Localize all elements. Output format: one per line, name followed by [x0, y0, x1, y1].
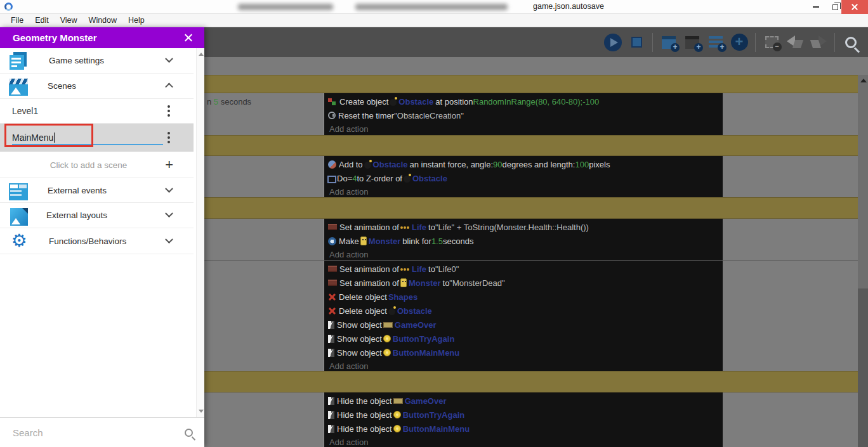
scroll-down-icon[interactable]: [199, 410, 204, 413]
sidebar-item-external-layouts[interactable]: External layouts: [0, 203, 194, 228]
event-action[interactable]: Show object ButtonMainMenu: [328, 346, 723, 360]
event-condition[interactable]: n 5 seconds: [207, 95, 321, 109]
chevron-down-icon: [165, 209, 173, 217]
object-name: ButtonTryAgain: [393, 334, 455, 344]
scrollbar-thumb[interactable]: [858, 288, 868, 447]
toolbar-separator: [652, 33, 653, 52]
event-action[interactable]: Hide the object ButtonMainMenu: [328, 422, 723, 436]
debug-button[interactable]: [626, 31, 647, 54]
redo-button[interactable]: [808, 31, 829, 54]
menu-view[interactable]: View: [55, 16, 83, 25]
add-action-button[interactable]: Add action: [328, 185, 723, 197]
event-row[interactable]: Set animation of Life to "Life0"Set anim…: [204, 260, 858, 371]
event-text: "Life" + ToString(Monster.Health::Health…: [435, 223, 589, 232]
event-conditions[interactable]: n 5 seconds: [204, 93, 324, 135]
event-row[interactable]: Add to Obstacle an instant force, angle:…: [204, 156, 858, 197]
chevron-up-icon: [165, 83, 173, 91]
search-icon[interactable]: [185, 429, 193, 437]
object-name: ButtonMainMenu: [393, 348, 459, 358]
event-action[interactable]: Delete object Shapes: [328, 290, 723, 304]
event-conditions[interactable]: [204, 219, 324, 260]
add-scene-button[interactable]: Click to add a scene +: [0, 152, 194, 178]
event-action[interactable]: Create object Obstacle at position Rando…: [328, 94, 723, 108]
comment-row[interactable]: [204, 135, 858, 156]
close-icon: [183, 33, 193, 42]
event-row[interactable]: Set animation of Life to "Life" + ToStri…: [204, 219, 858, 260]
search-button[interactable]: [840, 31, 862, 54]
menu-window[interactable]: Window: [83, 16, 122, 25]
search-icon: [845, 37, 857, 48]
event-action[interactable]: Do = 4 to Z-order of Obstacle: [328, 171, 723, 185]
anim-action-icon: [328, 224, 337, 230]
event-action[interactable]: Add to Obstacle an instant force, angle:…: [328, 157, 723, 171]
scroll-up-icon[interactable]: [199, 53, 204, 56]
redo-icon: [810, 36, 827, 49]
add-action-button[interactable]: Add action: [328, 122, 723, 135]
event-conditions[interactable]: [204, 261, 324, 371]
event-conditions[interactable]: [204, 156, 324, 197]
search-input[interactable]: Search: [0, 417, 204, 447]
events-sheet: n 5 secondsCreate object Obstacle at pos…: [204, 57, 868, 447]
event-text: to: [428, 223, 435, 232]
scene-item-level1[interactable]: Level1: [0, 99, 194, 124]
event-text: Show object: [337, 320, 382, 330]
comment-row[interactable]: [204, 371, 858, 392]
event-text: pixels: [589, 160, 610, 169]
add-something-button[interactable]: [728, 31, 750, 54]
sidebar-item-external-events[interactable]: External events: [0, 178, 194, 203]
scene-options-kebab-icon[interactable]: [164, 105, 173, 117]
comment-row[interactable]: [204, 75, 858, 93]
add-subevent-button[interactable]: [681, 31, 703, 54]
gdevelop-logo-icon: [4, 3, 13, 11]
vis-action-icon: [328, 397, 334, 405]
add-action-button[interactable]: Add action: [328, 360, 723, 371]
events-rows: n 5 secondsCreate object Obstacle at pos…: [204, 75, 858, 447]
add-event-button[interactable]: [658, 31, 680, 54]
event-action[interactable]: Reset the timer "ObstacleCreation": [328, 108, 723, 122]
event-text: 5: [214, 97, 218, 107]
close-project-manager-button[interactable]: [180, 30, 195, 46]
add-action-button[interactable]: Add action: [328, 436, 723, 447]
event-action[interactable]: Show object ButtonTryAgain: [328, 332, 723, 346]
minimize-button[interactable]: [807, 0, 825, 14]
anim-action-icon: [328, 266, 337, 272]
event-text: Create object: [339, 97, 388, 107]
event-action[interactable]: Hide the object GameOver: [328, 394, 723, 408]
menu-edit[interactable]: Edit: [29, 16, 55, 25]
event-row[interactable]: Hide the object GameOverHide the object …: [204, 392, 858, 447]
life-object-icon: [400, 266, 410, 272]
add-something-icon: [731, 34, 748, 51]
event-text: Reset the timer: [338, 111, 394, 120]
event-action[interactable]: Delete object Obstacle: [328, 304, 723, 318]
event-conditions[interactable]: [204, 392, 324, 447]
scroll-up-icon[interactable]: [860, 79, 867, 82]
sidebar-item-functions-behaviors[interactable]: ⚙ Functions/Behaviors: [0, 228, 194, 254]
event-text: to: [428, 264, 435, 274]
event-action[interactable]: Set animation of Life to "Life0": [328, 262, 723, 276]
events-scrollbar[interactable]: [858, 75, 868, 447]
vis-action-icon: [328, 425, 334, 433]
scene-options-kebab-icon[interactable]: [164, 132, 173, 143]
event-action[interactable]: Show object GameOver: [328, 318, 723, 332]
event-action[interactable]: Set animation of Monster to "MonsterDead…: [328, 276, 723, 290]
event-action[interactable]: Set animation of Life to "Life" + ToStri…: [328, 220, 723, 234]
sidebar-item-scenes[interactable]: Scenes: [0, 74, 194, 99]
add-comment-button[interactable]: [705, 31, 727, 54]
preview-button[interactable]: [602, 31, 624, 54]
delete-selection-icon: [765, 36, 779, 48]
preview-icon: [604, 34, 622, 51]
drawer-scrollbar[interactable]: [196, 48, 204, 417]
delete-selection-button[interactable]: [761, 31, 782, 54]
menu-help[interactable]: Help: [122, 16, 150, 25]
menu-file[interactable]: File: [5, 16, 29, 25]
event-action[interactable]: Hide the object ButtonTryAgain: [328, 408, 723, 422]
add-action-button[interactable]: Add action: [328, 248, 723, 260]
close-window-button[interactable]: [841, 0, 868, 14]
sidebar-item-game-settings[interactable]: Game settings: [0, 48, 194, 74]
debug-icon: [631, 37, 642, 48]
close-icon: [851, 3, 858, 11]
event-action[interactable]: Make Monster blink for 1.5 seconds: [328, 234, 723, 248]
comment-row[interactable]: [204, 197, 858, 219]
event-row[interactable]: n 5 secondsCreate object Obstacle at pos…: [204, 93, 858, 135]
undo-button[interactable]: [784, 31, 806, 54]
